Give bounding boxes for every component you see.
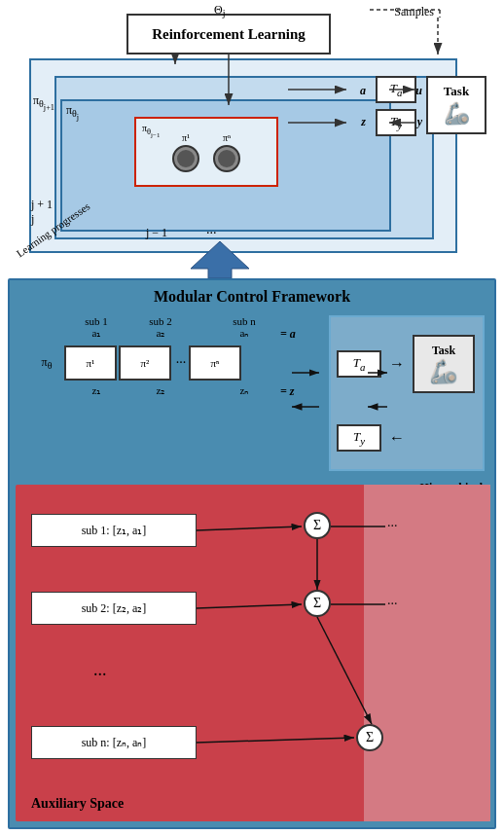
sub2-header: sub 2 [128, 315, 193, 327]
top-dots: ··· [206, 226, 217, 241]
ta-label-top: Ta [390, 81, 403, 98]
pi-theta-jm1-label: πθj−1 [142, 123, 160, 139]
sigma1-circle: Σ [304, 512, 331, 539]
jm1-label: j − 1 [146, 226, 167, 240]
arrow-right-ta: → [389, 355, 405, 373]
ty-label-top: Ty [390, 114, 402, 131]
red-pi-box: πθj−1 π¹ πⁿ [134, 117, 278, 187]
an-cell: aₙ [212, 327, 276, 342]
task-box-top: Task 🦾 [426, 76, 486, 134]
a2-cell: a₂ [128, 327, 193, 342]
svg-line-13 [197, 526, 302, 530]
j1-label: j + 1 [31, 198, 53, 212]
robot-icon-btm: 🦾 [429, 358, 458, 385]
aux-section: sub 1: [z₁, a₁] sub 2: [z₂, a₂] ··· sub … [16, 485, 490, 821]
bottom-section: Modular Control Framework sub 1 sub 2 su… [8, 278, 496, 829]
ta-box-btm: Ta [337, 350, 381, 378]
top-section: Reinforcement Learning Samples Ta Ty Tas… [0, 0, 504, 272]
arrow-a: a [360, 84, 366, 98]
task-label-top: Task [444, 84, 469, 99]
samples-label: Samples [394, 5, 434, 19]
mcf-title: Modular Control Framework [10, 288, 494, 306]
main-container: Reinforcement Learning Samples Ta Ty Tas… [0, 0, 504, 835]
right-task-area: Ta → Task 🦾 Ty ← [329, 315, 485, 471]
eq-a: = a [280, 327, 296, 342]
aux-label: Auxiliary Space [31, 796, 124, 812]
a1-cell: a₁ [64, 327, 128, 342]
ta-box-top: Ta [376, 76, 416, 103]
sub-modules-area: sub 1 sub 2 sub n a₁ a₂ aₙ = a πθ π¹ [19, 315, 302, 471]
pi-row: πθ π¹ π² ··· πⁿ [29, 345, 302, 381]
z-values-row: z₁ z₂ zₙ = z [64, 384, 302, 399]
pi-theta-j: πθj [66, 103, 79, 122]
a-values-row: a₁ a₂ aₙ = a [64, 327, 302, 342]
sub2-item-box: sub 2: [z₂, a₂] [31, 592, 197, 625]
ty-box-top: Ty [376, 109, 416, 136]
arrow-y: y [417, 115, 422, 129]
sigman-circle: Σ [356, 724, 383, 751]
j-label: j [31, 212, 34, 227]
pi1-node: π¹ [172, 132, 199, 172]
net-circle-inner-n [218, 150, 235, 167]
pi-dots: ··· [173, 355, 189, 371]
robot-icon-top: 🦾 [444, 101, 470, 127]
svg-line-15 [197, 738, 354, 743]
aux-dots: ··· [93, 665, 107, 685]
pi-theta-main: πθ [29, 355, 64, 371]
sub1-item-box: sub 1: [z₁, a₁] [31, 514, 197, 547]
task-label-btm: Task [432, 344, 455, 358]
arrow-left-ty: ← [389, 429, 405, 447]
ta-row: Ta → Task 🦾 [337, 335, 477, 393]
arrow-u: u [415, 84, 422, 98]
ty-box-btm: Ty [337, 424, 381, 452]
z1-cell: z₁ [64, 384, 128, 399]
ty-row: Ty ← [337, 424, 477, 452]
svg-marker-11 [191, 241, 249, 278]
subn-item-box: sub n: [zₙ, aₙ] [31, 726, 197, 759]
rl-label: Reinforcement Learning [152, 26, 306, 43]
task-box-btm: Task 🦾 [413, 335, 475, 393]
pi2-box: π² [119, 345, 171, 381]
theta-j-label: Θj [214, 3, 225, 18]
pi1-box: π¹ [64, 345, 117, 381]
pin-node: πⁿ [213, 132, 240, 172]
aux-right-lighter [364, 485, 490, 821]
eq-z: = z [280, 384, 295, 399]
sigma2-circle: Σ [304, 590, 331, 617]
rl-box: Reinforcement Learning [126, 14, 331, 54]
sub1-header: sub 1 [64, 315, 128, 327]
arrow-z: z [361, 115, 366, 129]
zn-cell: zₙ [212, 384, 276, 399]
pin-box: πⁿ [189, 345, 241, 381]
svg-line-14 [197, 604, 302, 608]
sub-headers-row: sub 1 sub 2 sub n [64, 315, 302, 327]
net-circle-1 [172, 145, 199, 172]
net-circle-n [213, 145, 240, 172]
pi-theta-j1-outer: πθj+1 [33, 93, 54, 112]
big-up-arrow [191, 241, 249, 278]
net-circle-inner-1 [177, 150, 195, 167]
z2-cell: z₂ [128, 384, 193, 399]
subn-header: sub n [212, 315, 276, 327]
